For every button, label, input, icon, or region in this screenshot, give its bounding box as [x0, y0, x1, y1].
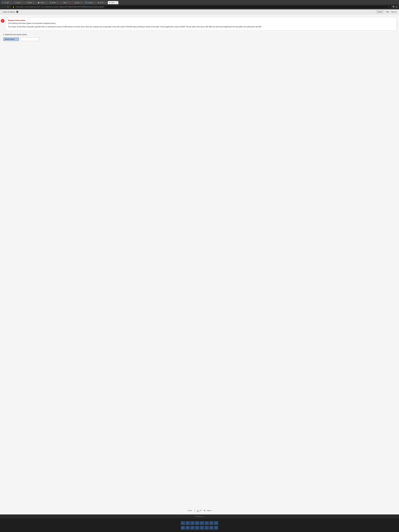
macbook-label: MacBook Air: [0, 514, 399, 519]
app-header: tration Problems i Saved Help Save &: [0, 9, 399, 14]
refresh-button[interactable]: ↻: [7, 5, 10, 8]
tab-close-mail[interactable]: ×: [69, 2, 69, 3]
back-button[interactable]: ‹: [2, 5, 3, 8]
key-8[interactable]: 8: [209, 521, 214, 525]
help-button[interactable]: Help: [386, 11, 389, 13]
address-bar[interactable]: 🔒 .mheducation.com/ext/map/index.html?_c…: [11, 5, 392, 9]
key-o[interactable]: O: [209, 526, 214, 530]
tab-close-class[interactable]: ×: [116, 2, 117, 3]
save-button[interactable]: Save &: [391, 11, 396, 13]
tab-close-conne[interactable]: ×: [94, 2, 95, 3]
required-info-body: The charter of Vista West Corporation sp…: [8, 25, 394, 28]
key-6[interactable]: 6: [200, 521, 204, 525]
tab-indoor[interactable]: 🏠 Indoor ×: [36, 1, 48, 4]
key-2[interactable]: 2: [181, 521, 185, 525]
key-y[interactable]: Y: [195, 526, 199, 530]
issued-shares-input[interactable]: [21, 37, 39, 41]
page-numbers: 2 3 of 7: [194, 509, 202, 512]
saved-badge: Saved: [376, 10, 384, 13]
tab-class[interactable]: ■ Class ×: [108, 1, 119, 4]
tab-gmail-2[interactable]: G Gmail ×: [13, 1, 24, 4]
key-3[interactable]: 3: [185, 521, 190, 525]
browser-chrome: G Gmail × G Gmail × N Netflix × 🏠 Indoor…: [0, 0, 399, 9]
alert-icon: !: [1, 19, 5, 23]
key-t[interactable]: T: [190, 526, 195, 530]
tab-close-todo[interactable]: ×: [105, 2, 106, 3]
required-info-title: Required information: [8, 19, 394, 21]
tab-whe[interactable]: ▶ (5) whe ×: [71, 1, 83, 4]
info-icon[interactable]: i: [16, 11, 18, 13]
lock-icon: 🔒: [13, 6, 14, 8]
form-row: Issued shares: [3, 37, 396, 41]
required-info-box: Required information [The following info…: [5, 17, 396, 30]
nav-buttons: ‹ › ↻: [2, 5, 10, 8]
tab-close-public[interactable]: ×: [57, 2, 58, 3]
key-7[interactable]: 7: [204, 521, 209, 525]
key-p[interactable]: P: [214, 526, 218, 530]
required-info-subtitle: [The following information applies to th…: [8, 22, 394, 24]
app-title: tration Problems: [3, 11, 15, 13]
tab-gmail-1[interactable]: G Gmail ×: [1, 1, 13, 4]
keyboard-row-letters: W R T Y U I O P: [4, 526, 395, 530]
question-number: 2.: [3, 33, 5, 36]
tab-conne[interactable]: 🌐 Conne ×: [84, 1, 96, 4]
bookmark-icon[interactable]: ☆: [388, 6, 390, 8]
search-icon[interactable]: 🔍: [393, 6, 395, 8]
keyboard-area: 2 3 4 5 6 7 8 9 W R T Y U I O P: [0, 519, 399, 532]
tab-close-indoor[interactable]: ×: [46, 2, 47, 3]
keyboard-row-numbers: 2 3 4 5 6 7 8 9: [4, 521, 395, 525]
page-3-current[interactable]: 3: [196, 509, 199, 512]
key-r[interactable]: R: [185, 526, 190, 530]
grid-icon[interactable]: ⊞: [204, 509, 205, 512]
question-text: Determine the issued shares.: [5, 33, 27, 36]
required-info-container: ! Required information [The following in…: [3, 17, 396, 30]
prev-button[interactable]: < Prev: [187, 510, 192, 512]
key-4[interactable]: 4: [190, 521, 195, 525]
next-button[interactable]: Next >: [207, 510, 212, 512]
tab-close-netflix[interactable]: ×: [33, 2, 34, 3]
key-u[interactable]: U: [200, 526, 204, 530]
question-section: 2. Determine the issued shares. Issued s…: [3, 33, 396, 41]
tab-close-gmail2[interactable]: ×: [21, 2, 22, 3]
browser-content: tration Problems i Saved Help Save & ! R…: [0, 9, 399, 514]
tab-todo[interactable]: ■ To Do ×: [96, 1, 107, 4]
key-5[interactable]: 5: [195, 521, 199, 525]
main-content: ! Required information [The following in…: [0, 14, 399, 507]
forward-button[interactable]: ›: [4, 5, 6, 8]
tab-close-whe[interactable]: ×: [81, 2, 82, 3]
tab-mail[interactable]: ✉ Mail · ×: [60, 1, 71, 4]
header-right: Saved Help Save &: [376, 10, 396, 13]
key-9[interactable]: 9: [214, 521, 218, 525]
address-bar-row: ‹ › ↻ 🔒 .mheducation.com/ext/map/index.h…: [0, 4, 399, 9]
tab-bar: G Gmail × G Gmail × N Netflix × 🏠 Indoor…: [0, 0, 399, 4]
field-label: Issued shares: [3, 37, 19, 41]
tab-netflix[interactable]: N Netflix ×: [24, 1, 36, 4]
address-text: .mheducation.com/ext/map/index.html?_con…: [15, 6, 387, 8]
tab-public[interactable]: ■ Public ×: [49, 1, 60, 4]
page-2[interactable]: 2: [194, 509, 196, 512]
page-total: of 7: [200, 510, 202, 511]
key-i[interactable]: I: [204, 526, 209, 530]
key-w[interactable]: W: [181, 526, 185, 530]
more-icon[interactable]: ⊡: [396, 6, 397, 8]
question-label: 2. Determine the issued shares.: [3, 33, 396, 36]
pagination: < Prev 2 3 of 7 ⊞ Next >: [0, 507, 399, 514]
tab-close-gmail1[interactable]: ×: [10, 2, 11, 3]
